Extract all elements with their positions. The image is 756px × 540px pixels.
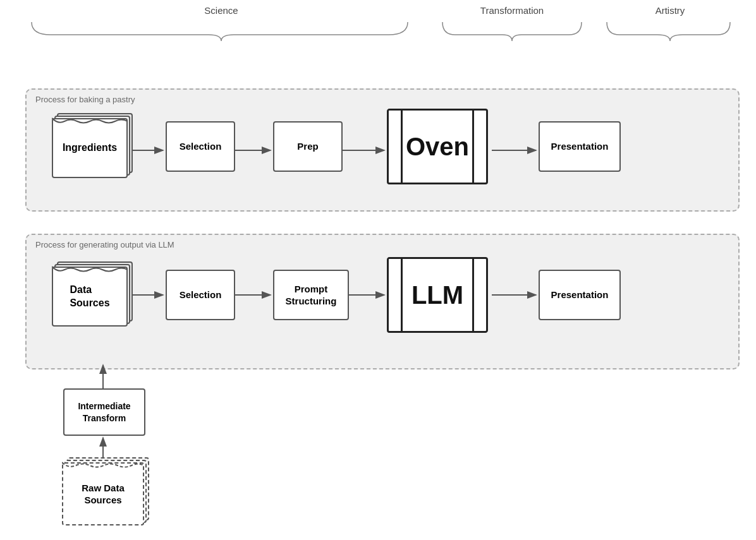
transformation-label: Transformation	[480, 5, 544, 16]
intermediate-transform-label: IntermediateTransform	[78, 400, 130, 423]
pastry-selection-label: Selection	[180, 140, 222, 153]
prep-node: Prep	[273, 121, 343, 172]
data-sources-label: DataSources	[70, 284, 109, 310]
llm-selection-label: Selection	[180, 289, 222, 301]
ingredients-label: Ingredients	[63, 141, 117, 155]
llm-presentation-node: Presentation	[539, 270, 621, 320]
wavy-bottom-2	[52, 265, 128, 274]
pastry-selection-node: Selection	[166, 121, 235, 172]
diagram-container: Science Transformation Artistry Process …	[0, 0, 756, 540]
science-label: Science	[204, 5, 238, 16]
raw-data-sources-label: Raw DataSources	[82, 482, 125, 507]
prep-label: Prep	[297, 140, 318, 153]
wavy-bottom-dashed	[62, 461, 144, 470]
pastry-process-box: Process for baking a pastry Ingredients …	[25, 88, 740, 212]
prompt-structuring-label: PromptStructuring	[286, 283, 337, 308]
llm-label: LLM	[412, 281, 463, 309]
llm-selection-node: Selection	[166, 270, 235, 320]
llm-process-title: Process for generating output via LLM	[35, 240, 174, 249]
artistry-label: Artistry	[655, 5, 685, 16]
llm-presentation-label: Presentation	[551, 289, 609, 301]
intermediate-transform-node: IntermediateTransform	[63, 388, 145, 436]
pastry-presentation-label: Presentation	[551, 140, 609, 153]
wavy-bottom	[52, 117, 128, 126]
llm-node: LLM	[387, 257, 488, 333]
pastry-presentation-node: Presentation	[539, 121, 621, 172]
oven-label: Oven	[406, 133, 469, 161]
pastry-process-title: Process for baking a pastry	[35, 95, 135, 104]
braces-svg: Science Transformation Artistry	[0, 0, 756, 76]
llm-process-box: Process for generating output via LLM Da…	[25, 234, 740, 369]
prompt-structuring-node: PromptStructuring	[273, 270, 349, 320]
oven-node: Oven	[387, 109, 488, 184]
